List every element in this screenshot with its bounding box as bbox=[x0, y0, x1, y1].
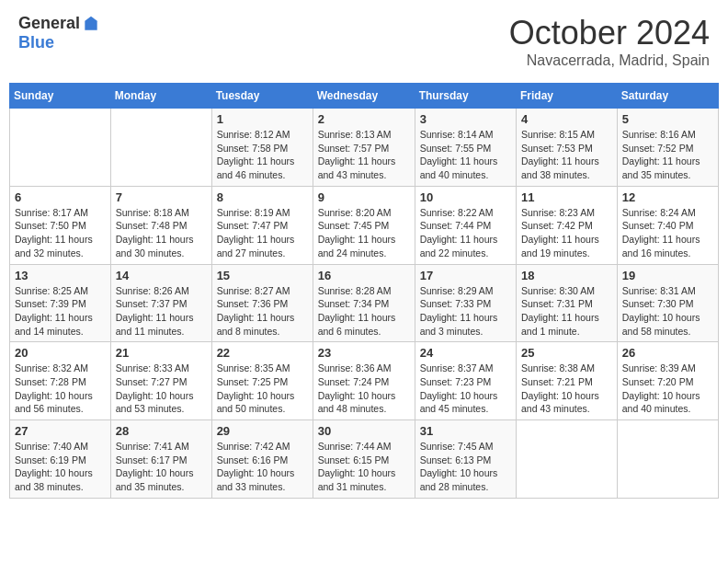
calendar-cell: 9Sunrise: 8:20 AMSunset: 7:45 PMDaylight… bbox=[313, 186, 415, 264]
calendar-cell: 28Sunrise: 7:41 AMSunset: 6:17 PMDayligh… bbox=[110, 420, 211, 499]
logo-icon bbox=[82, 15, 100, 33]
week-row-5: 27Sunrise: 7:40 AMSunset: 6:19 PMDayligh… bbox=[10, 420, 719, 499]
col-friday: Friday bbox=[517, 84, 618, 109]
month-title: October 2024 bbox=[509, 14, 710, 52]
week-row-1: 1Sunrise: 8:12 AMSunset: 7:58 PMDaylight… bbox=[10, 109, 719, 187]
calendar-cell: 23Sunrise: 8:36 AMSunset: 7:24 PMDayligh… bbox=[313, 342, 415, 420]
day-info: Sunrise: 8:31 AMSunset: 7:30 PMDaylight:… bbox=[622, 284, 713, 339]
day-number: 2 bbox=[318, 112, 410, 126]
day-number: 11 bbox=[521, 190, 612, 204]
calendar-cell: 12Sunrise: 8:24 AMSunset: 7:40 PMDayligh… bbox=[617, 186, 718, 264]
day-info: Sunrise: 8:20 AMSunset: 7:45 PMDaylight:… bbox=[318, 206, 410, 260]
day-number: 17 bbox=[420, 269, 511, 282]
calendar-cell: 11Sunrise: 8:23 AMSunset: 7:42 PMDayligh… bbox=[517, 186, 618, 264]
day-info: Sunrise: 8:39 AMSunset: 7:20 PMDaylight:… bbox=[622, 362, 713, 416]
calendar-cell: 16Sunrise: 8:28 AMSunset: 7:34 PMDayligh… bbox=[313, 264, 415, 342]
calendar-cell: 5Sunrise: 8:16 AMSunset: 7:52 PMDaylight… bbox=[617, 109, 718, 187]
day-info: Sunrise: 8:12 AMSunset: 7:58 PMDaylight:… bbox=[217, 128, 308, 182]
day-info: Sunrise: 8:29 AMSunset: 7:33 PMDaylight:… bbox=[420, 284, 511, 339]
title-section: October 2024 Navacerrada, Madrid, Spain bbox=[509, 14, 710, 69]
week-row-4: 20Sunrise: 8:32 AMSunset: 7:28 PMDayligh… bbox=[10, 342, 719, 420]
day-number: 28 bbox=[116, 424, 207, 438]
calendar-cell: 30Sunrise: 7:44 AMSunset: 6:15 PMDayligh… bbox=[313, 420, 415, 499]
day-info: Sunrise: 8:25 AMSunset: 7:39 PMDaylight:… bbox=[15, 284, 106, 339]
calendar-cell: 8Sunrise: 8:19 AMSunset: 7:47 PMDaylight… bbox=[211, 186, 313, 264]
calendar-cell bbox=[10, 109, 111, 187]
logo-general: General bbox=[18, 14, 80, 33]
logo-blue: Blue bbox=[18, 33, 54, 52]
day-info: Sunrise: 7:40 AMSunset: 6:19 PMDaylight:… bbox=[15, 440, 106, 494]
day-info: Sunrise: 7:45 AMSunset: 6:13 PMDaylight:… bbox=[420, 440, 511, 494]
day-info: Sunrise: 8:17 AMSunset: 7:50 PMDaylight:… bbox=[15, 206, 106, 260]
day-info: Sunrise: 8:27 AMSunset: 7:36 PMDaylight:… bbox=[217, 284, 308, 339]
calendar-cell: 14Sunrise: 8:26 AMSunset: 7:37 PMDayligh… bbox=[110, 264, 211, 342]
day-number: 19 bbox=[622, 269, 713, 282]
day-number: 30 bbox=[318, 424, 410, 438]
header-row: Sunday Monday Tuesday Wednesday Thursday… bbox=[10, 84, 719, 109]
day-number: 12 bbox=[622, 190, 713, 204]
day-number: 21 bbox=[116, 346, 207, 360]
day-number: 16 bbox=[318, 269, 410, 282]
calendar-cell: 3Sunrise: 8:14 AMSunset: 7:55 PMDaylight… bbox=[415, 109, 516, 187]
col-sunday: Sunday bbox=[10, 84, 111, 109]
day-info: Sunrise: 8:19 AMSunset: 7:47 PMDaylight:… bbox=[217, 206, 308, 260]
week-row-2: 6Sunrise: 8:17 AMSunset: 7:50 PMDaylight… bbox=[10, 186, 719, 264]
calendar-cell bbox=[110, 109, 211, 187]
day-number: 20 bbox=[15, 346, 106, 360]
day-info: Sunrise: 8:35 AMSunset: 7:25 PMDaylight:… bbox=[217, 362, 308, 416]
calendar-cell: 27Sunrise: 7:40 AMSunset: 6:19 PMDayligh… bbox=[10, 420, 111, 499]
day-number: 31 bbox=[420, 424, 511, 438]
day-info: Sunrise: 7:44 AMSunset: 6:15 PMDaylight:… bbox=[318, 440, 410, 494]
day-info: Sunrise: 8:14 AMSunset: 7:55 PMDaylight:… bbox=[420, 128, 511, 182]
col-thursday: Thursday bbox=[415, 84, 516, 109]
day-info: Sunrise: 8:36 AMSunset: 7:24 PMDaylight:… bbox=[318, 362, 410, 416]
day-info: Sunrise: 8:13 AMSunset: 7:57 PMDaylight:… bbox=[318, 128, 410, 182]
calendar-cell: 21Sunrise: 8:33 AMSunset: 7:27 PMDayligh… bbox=[110, 342, 211, 420]
day-number: 3 bbox=[420, 112, 511, 126]
calendar-cell: 6Sunrise: 8:17 AMSunset: 7:50 PMDaylight… bbox=[10, 186, 111, 264]
day-number: 29 bbox=[217, 424, 308, 438]
calendar-cell: 29Sunrise: 7:42 AMSunset: 6:16 PMDayligh… bbox=[211, 420, 313, 499]
calendar-table: Sunday Monday Tuesday Wednesday Thursday… bbox=[9, 83, 719, 499]
logo: General Blue bbox=[18, 14, 100, 52]
day-number: 15 bbox=[217, 269, 308, 282]
day-info: Sunrise: 8:26 AMSunset: 7:37 PMDaylight:… bbox=[116, 284, 207, 339]
col-saturday: Saturday bbox=[617, 84, 718, 109]
location-title: Navacerrada, Madrid, Spain bbox=[509, 52, 710, 69]
day-info: Sunrise: 7:41 AMSunset: 6:17 PMDaylight:… bbox=[116, 440, 207, 494]
day-number: 9 bbox=[318, 190, 410, 204]
calendar-cell: 19Sunrise: 8:31 AMSunset: 7:30 PMDayligh… bbox=[617, 264, 718, 342]
week-row-3: 13Sunrise: 8:25 AMSunset: 7:39 PMDayligh… bbox=[10, 264, 719, 342]
day-number: 23 bbox=[318, 346, 410, 360]
day-info: Sunrise: 8:16 AMSunset: 7:52 PMDaylight:… bbox=[622, 128, 713, 182]
day-number: 22 bbox=[217, 346, 308, 360]
day-info: Sunrise: 8:37 AMSunset: 7:23 PMDaylight:… bbox=[420, 362, 511, 416]
calendar-cell bbox=[517, 420, 618, 499]
day-info: Sunrise: 8:22 AMSunset: 7:44 PMDaylight:… bbox=[420, 206, 511, 260]
day-number: 6 bbox=[15, 190, 106, 204]
day-number: 25 bbox=[521, 346, 612, 360]
calendar-cell: 22Sunrise: 8:35 AMSunset: 7:25 PMDayligh… bbox=[211, 342, 313, 420]
day-info: Sunrise: 8:33 AMSunset: 7:27 PMDaylight:… bbox=[116, 362, 207, 416]
day-number: 5 bbox=[622, 112, 713, 126]
day-number: 26 bbox=[622, 346, 713, 360]
calendar-cell bbox=[617, 420, 718, 499]
day-info: Sunrise: 8:28 AMSunset: 7:34 PMDaylight:… bbox=[318, 284, 410, 339]
day-info: Sunrise: 8:30 AMSunset: 7:31 PMDaylight:… bbox=[521, 284, 612, 339]
calendar-cell: 25Sunrise: 8:38 AMSunset: 7:21 PMDayligh… bbox=[517, 342, 618, 420]
col-wednesday: Wednesday bbox=[313, 84, 415, 109]
calendar-cell: 1Sunrise: 8:12 AMSunset: 7:58 PMDaylight… bbox=[211, 109, 313, 187]
calendar-cell: 4Sunrise: 8:15 AMSunset: 7:53 PMDaylight… bbox=[517, 109, 618, 187]
day-info: Sunrise: 8:32 AMSunset: 7:28 PMDaylight:… bbox=[15, 362, 106, 416]
day-info: Sunrise: 8:24 AMSunset: 7:40 PMDaylight:… bbox=[622, 206, 713, 260]
day-info: Sunrise: 8:18 AMSunset: 7:48 PMDaylight:… bbox=[116, 206, 207, 260]
page-header: General Blue October 2024 Navacerrada, M… bbox=[9, 9, 719, 74]
calendar-cell: 24Sunrise: 8:37 AMSunset: 7:23 PMDayligh… bbox=[415, 342, 516, 420]
day-number: 13 bbox=[15, 269, 106, 282]
day-number: 7 bbox=[116, 190, 207, 204]
day-info: Sunrise: 8:23 AMSunset: 7:42 PMDaylight:… bbox=[521, 206, 612, 260]
day-number: 18 bbox=[521, 269, 612, 282]
day-number: 14 bbox=[116, 269, 207, 282]
day-info: Sunrise: 8:15 AMSunset: 7:53 PMDaylight:… bbox=[521, 128, 612, 182]
col-monday: Monday bbox=[110, 84, 211, 109]
